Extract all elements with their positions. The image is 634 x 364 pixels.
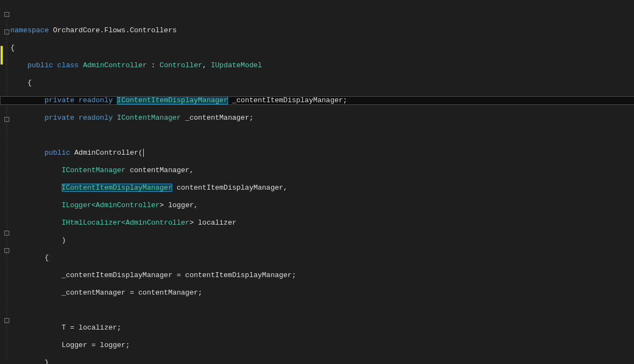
type-name: IUpdateModel [211,61,262,69]
keyword: public [27,61,53,69]
keyword: readonly [79,96,113,104]
highlighted-symbol: IContentItemDisplayManager [62,184,173,192]
type-name: ILogger< [62,201,96,209]
keyword: private [44,114,74,122]
change-indicator [1,46,3,64]
type-name: IContentManager [62,166,126,174]
field-name: _contentItemDisplayManager; [228,96,347,104]
keyword: namespace [10,26,49,34]
code-editor[interactable]: - - - - - - namespace OrchardCore.Flows.… [0,0,634,364]
current-line: private readonly IContentItemDisplayMana… [0,96,634,105]
highlighted-symbol: IContentItemDisplayManager [117,96,228,104]
ctor-name: AdminController [74,149,138,157]
type-name: AdminController [83,61,147,69]
type-name: Controller [160,61,202,69]
type-name: IHtmlLocalizer< [62,219,126,227]
type-name: AdminController [126,219,190,227]
fold-guide [7,20,7,359]
keyword: public [44,149,70,157]
keyword: private [44,96,74,104]
namespace-name: OrchardCore.Flows.Controllers [53,26,177,34]
type-name: IContentManager [117,114,181,122]
fold-toggle[interactable]: - [4,12,9,17]
field-name: _contentManager; [181,114,254,122]
code-area[interactable]: namespace OrchardCore.Flows.Controllers … [10,0,634,364]
keyword: class [57,61,79,69]
keyword: readonly [79,114,113,122]
text-caret [143,149,144,157]
type-name: AdminController [96,201,160,209]
